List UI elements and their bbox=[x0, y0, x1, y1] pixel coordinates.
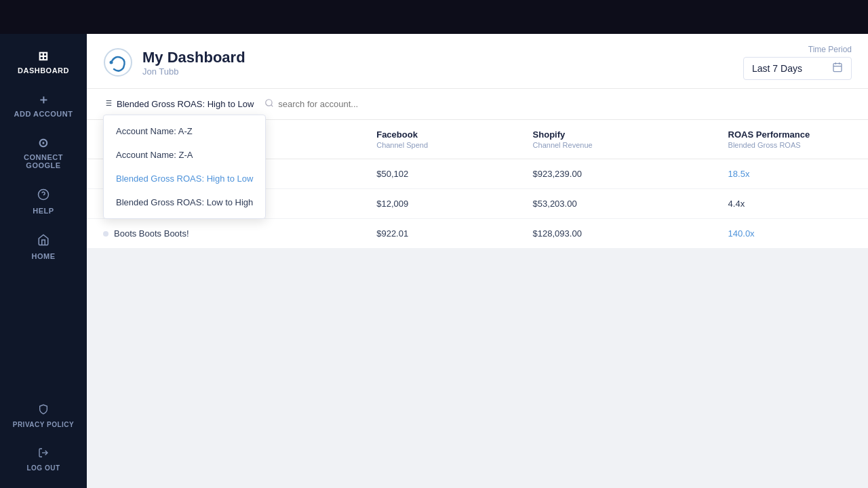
search-input[interactable] bbox=[278, 99, 414, 109]
facebook-spend: $12,009 bbox=[360, 189, 516, 219]
table-row[interactable]: Boots Boots Boots! $922.01 $128,093.00 1… bbox=[87, 219, 868, 249]
sidebar-item-connect-google[interactable]: ⊙ CONNECT GOOGLE bbox=[0, 127, 87, 179]
page-header: My Dashboard Jon Tubb Time Period Last 7… bbox=[87, 34, 868, 89]
sidebar-item-home[interactable]: HOME bbox=[0, 224, 87, 270]
sidebar-item-label: CONNECT GOOGLE bbox=[5, 153, 81, 169]
sidebar-item-help[interactable]: HELP bbox=[0, 179, 87, 224]
header-right: Time Period Last 7 Days bbox=[743, 45, 852, 80]
svg-point-3 bbox=[104, 49, 132, 76]
sort-button[interactable]: Blended Gross ROAS: High to Low bbox=[103, 96, 254, 113]
col-shopify: Shopify Channel Revenue bbox=[517, 120, 712, 159]
add-icon: ＋ bbox=[37, 94, 50, 106]
sidebar-item-label: ADD ACCOUNT bbox=[14, 110, 73, 118]
facebook-spend: $50,102 bbox=[360, 159, 516, 189]
toolbar: Blended Gross ROAS: High to Low Account … bbox=[87, 89, 868, 120]
col-roas: ROAS Performance Blended Gross ROAS bbox=[712, 120, 868, 159]
page-subtitle: Jon Tubb bbox=[142, 66, 245, 77]
sort-dropdown: Account Name: A-Z Account Name: Z-A Blen… bbox=[103, 115, 266, 219]
sidebar-item-label: DASHBOARD bbox=[18, 66, 69, 75]
help-icon bbox=[37, 188, 50, 203]
app-body: ⊞ DASHBOARD ＋ ADD ACCOUNT ⊙ CONNECT GOOG… bbox=[0, 34, 868, 488]
account-dot bbox=[103, 231, 108, 237]
main-content: My Dashboard Jon Tubb Time Period Last 7… bbox=[87, 34, 868, 488]
sidebar-item-label: HOME bbox=[32, 252, 56, 260]
sort-label: Blended Gross ROAS: High to Low bbox=[117, 99, 254, 109]
header-title-group: My Dashboard Jon Tubb bbox=[142, 49, 245, 77]
sort-icon bbox=[103, 98, 113, 110]
page-title: My Dashboard bbox=[142, 49, 245, 66]
facebook-spend: $922.01 bbox=[360, 219, 516, 249]
svg-point-15 bbox=[266, 100, 272, 106]
sidebar-item-label: LOG OUT bbox=[26, 464, 60, 472]
sidebar-item-label: HELP bbox=[33, 207, 54, 215]
time-period-value: Last 7 Days bbox=[752, 63, 827, 74]
roas-value: 140.0x bbox=[712, 219, 868, 249]
time-period-label: Time Period bbox=[808, 45, 852, 54]
search-wrapper bbox=[264, 98, 414, 110]
privacy-icon bbox=[38, 404, 49, 417]
sidebar-item-add-account[interactable]: ＋ ADD ACCOUNT bbox=[0, 84, 87, 127]
sidebar: ⊞ DASHBOARD ＋ ADD ACCOUNT ⊙ CONNECT GOOG… bbox=[0, 34, 87, 488]
calendar-icon bbox=[832, 62, 843, 75]
top-bar bbox=[0, 0, 868, 34]
roas-value: 18.5x bbox=[712, 159, 868, 189]
dropdown-item-roas-high-low[interactable]: Blended Gross ROAS: High to Low bbox=[104, 167, 265, 190]
roas-value: 4.4x bbox=[712, 189, 868, 219]
svg-line-16 bbox=[271, 105, 273, 107]
dropdown-item-account-az[interactable]: Account Name: A-Z bbox=[104, 119, 265, 143]
svg-point-4 bbox=[110, 61, 113, 64]
dropdown-item-roas-low-high[interactable]: Blended Gross ROAS: Low to High bbox=[104, 190, 265, 214]
svg-rect-5 bbox=[833, 64, 842, 72]
sidebar-bottom: PRIVACY POLICY LOG OUT bbox=[0, 394, 87, 481]
sidebar-item-label: PRIVACY POLICY bbox=[13, 421, 75, 428]
shopify-revenue: $128,093.00 bbox=[517, 219, 712, 249]
dashboard-icon: ⊞ bbox=[38, 50, 49, 62]
logout-icon bbox=[38, 447, 49, 460]
col-facebook: Facebook Channel Spend bbox=[360, 120, 516, 159]
logo bbox=[103, 47, 133, 77]
shopify-revenue: $923,239.00 bbox=[517, 159, 712, 189]
dropdown-item-account-za[interactable]: Account Name: Z-A bbox=[104, 143, 265, 167]
connect-icon: ⊙ bbox=[38, 137, 49, 149]
shopify-revenue: $53,203.00 bbox=[517, 189, 712, 219]
header-left: My Dashboard Jon Tubb bbox=[103, 47, 245, 77]
time-period-selector[interactable]: Last 7 Days bbox=[743, 57, 852, 80]
sidebar-item-dashboard[interactable]: ⊞ DASHBOARD bbox=[0, 41, 87, 84]
sidebar-item-log-out[interactable]: LOG OUT bbox=[0, 438, 87, 481]
search-icon bbox=[264, 98, 274, 110]
sidebar-item-privacy-policy[interactable]: PRIVACY POLICY bbox=[0, 394, 87, 438]
home-icon bbox=[37, 234, 50, 248]
account-name-cell: Boots Boots Boots! bbox=[87, 219, 360, 249]
